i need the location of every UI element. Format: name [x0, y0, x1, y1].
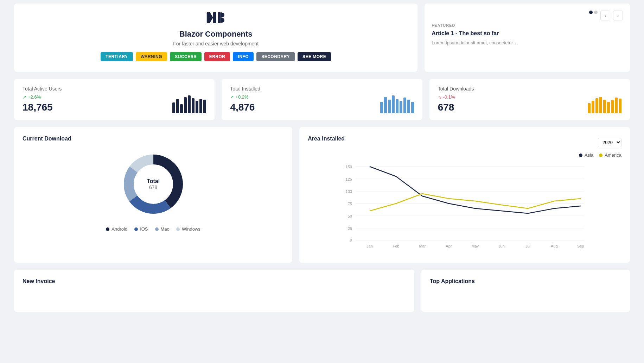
dot-1 [589, 11, 593, 14]
legend-label-android: Android [111, 226, 127, 232]
svg-text:150: 150 [346, 165, 352, 169]
legend-circle-america [599, 154, 602, 157]
svg-text:100: 100 [346, 189, 352, 194]
legend-asia-label: Asia [585, 152, 593, 158]
svg-text:Aug: Aug [551, 244, 558, 248]
next-arrow[interactable]: › [613, 11, 623, 20]
donut-chart: Total 678 [118, 149, 189, 219]
featured-card: ‹ › FEATURED Article 1 - The best so far… [425, 4, 630, 72]
svg-text:50: 50 [348, 214, 352, 218]
legend-dot-windows [176, 227, 180, 231]
top-apps-title: Top Applications [430, 278, 621, 284]
donut-legend: Android IOS Mac Windows [23, 226, 284, 232]
button-row: TERTIARY WARNING SUCCESS ERROR INFO SECO… [101, 52, 331, 61]
btn-error[interactable]: ERROR [204, 52, 230, 61]
legend-label-windows: Windows [182, 226, 200, 232]
legend-mac: Mac [155, 226, 170, 232]
dot-2 [594, 11, 598, 14]
svg-text:125: 125 [346, 177, 352, 181]
btn-seemore[interactable]: SEE MORE [298, 52, 331, 61]
svg-text:Jun: Jun [498, 244, 505, 248]
legend-dot-android [106, 227, 109, 231]
btn-warning[interactable]: WARNING [136, 52, 167, 61]
svg-text:Jan: Jan [366, 244, 373, 248]
stat-card-installed: Total Installed ↗ +0.2% 4,876 [222, 79, 422, 120]
legend-ios: IOS [134, 226, 148, 232]
btn-success[interactable]: SUCCESS [170, 52, 202, 61]
charts-row: Current Download [14, 127, 630, 263]
legend-asia: Asia [579, 152, 593, 158]
mini-chart-downloads [588, 95, 621, 113]
stat-card-downloads: Total Downloads ↘ -0.1% 678 [429, 79, 630, 120]
stat-title-installed: Total Installed [230, 86, 414, 92]
legend-label-mac: Mac [161, 226, 170, 232]
btn-tertiary[interactable]: TERTIARY [101, 52, 133, 61]
svg-text:May: May [472, 244, 479, 248]
legend-america: America [599, 152, 621, 158]
svg-text:Mar: Mar [419, 244, 426, 248]
svg-text:Jul: Jul [525, 244, 530, 248]
donut-container: Total 678 [23, 149, 284, 219]
invoice-title: New Invoice [23, 278, 406, 284]
stat-value-active-users: 18,765 [23, 102, 53, 113]
invoice-card: New Invoice [14, 270, 414, 312]
stat-change-installed: ↗ +0.2% [230, 94, 255, 100]
featured-text: Lorem ipsum dolor sit amet, consectetur … [432, 39, 623, 46]
stat-value-downloads: 678 [438, 102, 455, 113]
prev-arrow[interactable]: ‹ [600, 11, 610, 20]
blazor-card: Blazor Components For faster and easier … [14, 4, 417, 72]
area-card: Area Installed 2020 2019 2021 Asia Ameri… [299, 127, 630, 263]
donut-center: Total 678 [147, 178, 160, 190]
svg-rect-2 [213, 12, 216, 23]
area-svg-chart: 150 125 100 75 50 25 0 Jan Feb Mar Ap [308, 161, 621, 253]
stat-value-installed: 4,876 [230, 102, 255, 113]
featured-label: FEATURED [432, 23, 623, 27]
blazor-title: Blazor Components [179, 30, 253, 39]
stat-title-active-users: Total Active Users [23, 86, 206, 92]
year-select[interactable]: 2020 2019 2021 [598, 138, 621, 147]
donut-label: Total [147, 178, 160, 184]
legend-label-ios: IOS [140, 226, 148, 232]
btn-secondary[interactable]: SECONDARY [256, 52, 295, 61]
legend-america-label: America [605, 152, 621, 158]
down-arrow-icon: ↘ [438, 94, 442, 100]
mini-chart-active-users [172, 95, 206, 113]
svg-text:Apr: Apr [446, 244, 452, 248]
bottom-row: New Invoice Top Applications [14, 270, 630, 312]
svg-text:Sep: Sep [577, 244, 584, 248]
legend-android: Android [106, 226, 127, 232]
stat-change-downloads: ↘ -0.1% [438, 94, 455, 100]
download-title: Current Download [23, 136, 284, 142]
download-card: Current Download [14, 127, 292, 263]
stat-title-downloads: Total Downloads [438, 86, 621, 92]
area-header: Area Installed 2020 2019 2021 [308, 136, 621, 149]
legend-dot-mac [155, 227, 159, 231]
svg-text:0: 0 [350, 238, 352, 242]
stat-change-active-users: ↗ +2.6% [23, 94, 53, 100]
svg-rect-3 [218, 12, 221, 23]
legend-dot-ios [134, 227, 138, 231]
svg-text:25: 25 [348, 226, 352, 231]
area-legend: Asia America [308, 152, 621, 158]
mini-chart-installed [380, 95, 414, 113]
featured-title: Article 1 - The best so far [432, 30, 623, 37]
donut-value: 678 [147, 184, 160, 190]
svg-text:Feb: Feb [393, 244, 400, 248]
stat-card-active-users: Total Active Users ↗ +2.6% 18,765 [14, 79, 215, 120]
blazor-subtitle: For faster and easier web development [173, 41, 259, 46]
up-arrow-icon-2: ↗ [230, 94, 234, 100]
legend-windows: Windows [176, 226, 200, 232]
area-title: Area Installed [308, 136, 345, 142]
svg-text:75: 75 [348, 202, 352, 206]
blazor-logo [205, 11, 227, 26]
stats-row: Total Active Users ↗ +2.6% 18,765 [14, 79, 630, 120]
top-apps-card: Top Applications [421, 270, 630, 312]
btn-info[interactable]: INFO [233, 52, 254, 61]
legend-circle-asia [579, 154, 582, 157]
up-arrow-icon: ↗ [23, 94, 26, 100]
